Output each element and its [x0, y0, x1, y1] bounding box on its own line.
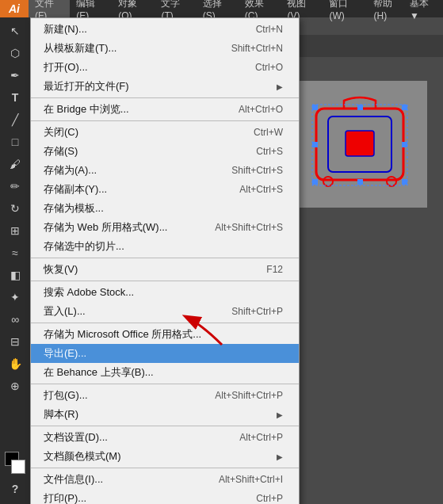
menu-item-label: 存储(S): [44, 144, 78, 158]
tool-hand[interactable]: ✋: [5, 353, 25, 374]
menu-item-shortcut: Ctrl+P: [256, 493, 283, 504]
tool-warp[interactable]: ≈: [5, 242, 25, 263]
menu-item-browse[interactable]: 在 Bridge 中浏览...Alt+Ctrl+O: [31, 100, 299, 119]
menu-item-label: 脚本(R): [44, 407, 78, 422]
menu-item-save-web[interactable]: 存储为 Web 所用格式(W)...Alt+Shift+Ctrl+S: [31, 218, 299, 237]
tool-line[interactable]: ╱: [5, 109, 25, 130]
menu-item-label: 文件信息(I)...: [44, 472, 103, 487]
tool-shape[interactable]: □: [5, 132, 25, 152]
tool-scale[interactable]: ⊞: [5, 220, 25, 241]
svg-rect-8: [312, 142, 318, 147]
menu-edit[interactable]: 编辑(E): [70, 0, 112, 17]
svg-rect-6: [357, 105, 363, 110]
menu-item-shortcut: Alt+Ctrl+P: [239, 432, 283, 443]
menu-item-label: 文档颜色模式(M): [44, 449, 121, 464]
tool-pencil[interactable]: ✏: [5, 176, 25, 197]
menu-separator: [31, 97, 299, 98]
menu-item-label: 恢复(V): [44, 262, 78, 277]
menu-item-shortcut: Ctrl+N: [256, 24, 283, 35]
menu-item-doc-info[interactable]: 文件信息(I)...Alt+Shift+Ctrl+I: [31, 470, 299, 489]
menu-item-save-as[interactable]: 存储为(A)...Shift+Ctrl+S: [31, 161, 299, 180]
menu-item-save[interactable]: 存储(S)Ctrl+S: [31, 142, 299, 161]
menu-item-shortcut: Ctrl+S: [256, 146, 283, 157]
menu-item-save-copy[interactable]: 存储副本(Y)...Alt+Ctrl+S: [31, 180, 299, 199]
menu-separator: [31, 120, 299, 121]
menu-object[interactable]: 对象(O): [112, 0, 155, 17]
menu-item-label: 搜索 Adobe Stock...: [44, 285, 134, 300]
tool-zoom[interactable]: ⊕: [5, 376, 25, 396]
artwork-svg: [304, 93, 415, 196]
menu-window[interactable]: 窗口(W): [323, 0, 367, 17]
menu-item-save-ms-office[interactable]: 存储为 Microsoft Office 所用格式...: [31, 325, 299, 344]
menu-item-revert[interactable]: 恢复(V)F12: [31, 260, 299, 279]
menu-item-new[interactable]: 新建(N)...Ctrl+N: [31, 20, 299, 39]
workspace-selector[interactable]: 基本▼: [410, 0, 443, 21]
tool-paintbrush[interactable]: 🖌: [5, 154, 25, 174]
svg-rect-9: [402, 142, 407, 147]
menu-item-shortcut: Shift+Ctrl+N: [231, 43, 283, 54]
menu-item-label: 最近打开的文件(F): [44, 79, 129, 94]
menu-select[interactable]: 选择(S): [197, 0, 239, 17]
menu-item-place[interactable]: 置入(L)...Shift+Ctrl+P: [31, 302, 299, 321]
tool-artboard[interactable]: ⊟: [5, 331, 25, 352]
tool-selection[interactable]: ↖: [5, 21, 25, 41]
tool-gradient[interactable]: ◧: [5, 265, 25, 285]
menu-item-scripts[interactable]: 脚本(R)▶: [31, 405, 299, 424]
menu-item-save-selected-slices[interactable]: 存储选中的切片...: [31, 237, 299, 256]
menu-help[interactable]: 帮助(H): [367, 0, 410, 17]
svg-point-4: [387, 177, 396, 186]
menu-item-print[interactable]: 打印(P)...Ctrl+P: [31, 489, 299, 504]
menu-item-shortcut: Ctrl+O: [255, 62, 283, 73]
menu-text[interactable]: 文字(T): [155, 0, 196, 17]
menu-item-shortcut: Shift+Ctrl+P: [231, 306, 283, 317]
workspace-label: 基本▼: [410, 0, 437, 21]
menu-item-export[interactable]: 导出(E)...: [31, 344, 299, 363]
menu-item-shortcut: Alt+Ctrl+O: [239, 104, 283, 115]
menu-item-label: 存储为(A)...: [44, 163, 97, 178]
tool-blend[interactable]: ∞: [5, 309, 25, 330]
menu-item-new-from-template[interactable]: 从模板新建(T)...Shift+Ctrl+N: [31, 39, 299, 58]
menu-item-shortcut: Shift+Ctrl+S: [231, 165, 283, 176]
menu-item-label: 导出(E)...: [44, 346, 86, 361]
arrow-annotation: [170, 301, 234, 359]
menu-item-label: 置入(L)...: [44, 304, 86, 319]
menu-item-recent[interactable]: 最近打开的文件(F)▶: [31, 77, 299, 96]
menu-effect[interactable]: 效果(C): [239, 0, 281, 17]
tool-type[interactable]: T: [5, 87, 25, 108]
menu-item-close[interactable]: 关闭(C)Ctrl+W: [31, 123, 299, 142]
menu-item-label: 存储副本(Y)...: [44, 182, 107, 197]
menu-separator: [31, 384, 299, 384]
menu-separator: [31, 468, 299, 468]
submenu-arrow-icon: ▶: [277, 452, 283, 461]
menu-item-search-stock[interactable]: 搜索 Adobe Stock...: [31, 283, 299, 302]
menu-item-share-behance[interactable]: 在 Behance 上共享(B)...: [31, 363, 299, 382]
menu-item-doc-color[interactable]: 文档颜色模式(M)▶: [31, 447, 299, 466]
menu-item-doc-setup[interactable]: 文档设置(D)...Alt+Ctrl+P: [31, 428, 299, 447]
menu-bar-items: 文件(F) 编辑(E) 对象(O) 文字(T) 选择(S) 效果(C) 视图(V…: [29, 0, 410, 17]
menu-item-shortcut: Alt+Ctrl+S: [239, 184, 283, 195]
tool-direct-selection[interactable]: ⬡: [5, 43, 25, 63]
tool-help[interactable]: ?: [5, 479, 25, 499]
tool-eyedropper[interactable]: ✦: [5, 287, 25, 307]
submenu-arrow-icon: ▶: [277, 82, 283, 91]
svg-rect-11: [357, 179, 363, 185]
svg-point-3: [323, 177, 333, 186]
svg-rect-2: [346, 131, 374, 156]
menu-item-label: 存储为 Web 所用格式(W)...: [44, 220, 167, 235]
menu-item-open[interactable]: 打开(O)...Ctrl+O: [31, 58, 299, 77]
menu-item-label: 打包(G)...: [44, 388, 88, 403]
menu-item-shortcut: Alt+Shift+Ctrl+P: [215, 390, 283, 401]
menu-item-save-template[interactable]: 存储为模板...: [31, 199, 299, 218]
menu-view[interactable]: 视图(V): [281, 0, 323, 17]
tool-pen[interactable]: ✒: [5, 65, 25, 86]
background-color[interactable]: [11, 460, 25, 474]
tool-rotate[interactable]: ↻: [5, 198, 25, 219]
menu-item-shortcut: Alt+Shift+Ctrl+S: [215, 222, 283, 233]
menu-item-label: 新建(N)...: [44, 22, 87, 36]
menu-item-shortcut: Ctrl+W: [254, 127, 283, 138]
menu-item-label: 存储选中的切片...: [44, 239, 124, 254]
menu-item-label: 文档设置(D)...: [44, 430, 108, 445]
menu-file[interactable]: 文件(F): [29, 0, 70, 17]
menu-item-label: 关闭(C): [44, 125, 78, 139]
menu-item-package[interactable]: 打包(G)...Alt+Shift+Ctrl+P: [31, 386, 299, 405]
